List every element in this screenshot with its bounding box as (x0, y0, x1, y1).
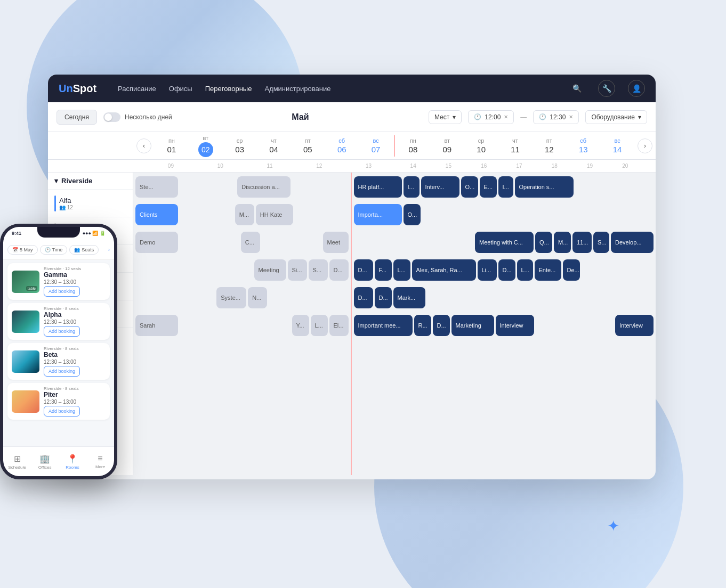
event-n[interactable]: N... (248, 287, 267, 308)
event-m2[interactable]: M... (554, 232, 571, 253)
event-syste[interactable]: Syste... (216, 287, 246, 308)
event-d2[interactable]: D... (354, 259, 373, 281)
event-develop[interactable]: Develop... (611, 232, 654, 253)
prev-arrow[interactable]: ‹ (136, 138, 151, 153)
event-sarah[interactable]: Sarah (135, 315, 178, 336)
event-y[interactable]: Y... (292, 315, 309, 336)
event-d4[interactable]: D... (354, 287, 373, 308)
event-interview1[interactable]: Interview (496, 315, 534, 336)
event-meetingwc[interactable]: Meeting with C... (475, 232, 534, 253)
room-group-header[interactable]: ▾ Riverside (48, 173, 133, 189)
event-d6[interactable]: D... (433, 315, 450, 336)
equipment-filter[interactable]: Оборудование ▾ (585, 110, 647, 124)
event-ops[interactable]: Operation s... (515, 176, 574, 198)
event-interview2[interactable]: Interview (615, 315, 654, 336)
event-demo[interactable]: Demo (135, 232, 178, 253)
day-thu-04[interactable]: чт 04 (257, 137, 291, 154)
filter-date[interactable]: 📅 5 May (7, 245, 38, 255)
nav-item-schedule[interactable]: Расписание (118, 85, 156, 93)
toggle-track[interactable] (103, 112, 120, 122)
filter-time[interactable]: 🕐 Time (40, 245, 68, 255)
time-end-filter[interactable]: 🕐 12:30 ✕ (533, 110, 579, 124)
event-de[interactable]: De... (563, 259, 580, 281)
clear-time-start[interactable]: ✕ (504, 114, 508, 120)
event-hhkate[interactable]: HH Kate (256, 204, 293, 225)
add-booking-beta[interactable]: Add booking (44, 366, 80, 377)
next-arrow[interactable]: › (638, 138, 652, 153)
today-button[interactable]: Сегодня (57, 110, 97, 125)
event-hrplatf[interactable]: HR platf... (354, 176, 402, 198)
day-fri-12[interactable]: пт 12 (532, 137, 566, 154)
phone-tab-schedule[interactable]: ⊞ Schedule (3, 454, 31, 470)
add-booking-alpha[interactable]: Add booking (44, 326, 80, 337)
toggle-switch[interactable]: Несколько дней (103, 112, 172, 122)
event-i1[interactable]: I... (404, 176, 420, 198)
phone-tab-more[interactable]: ≡ More (86, 454, 114, 469)
day-tue-02[interactable]: вт 02 (189, 135, 223, 157)
day-mon-08[interactable]: пн 08 (396, 137, 430, 154)
room-time-gamma: 12:30 – 13:00 (44, 279, 106, 285)
event-ste[interactable]: Ste... (135, 176, 178, 198)
nav-item-admin[interactable]: Администрирование (264, 85, 330, 93)
event-alexsarara[interactable]: Alex, Sarah, Ra... (412, 259, 476, 281)
add-booking-gamma[interactable]: Add booking (44, 286, 80, 297)
event-q[interactable]: Q... (535, 232, 552, 253)
search-icon[interactable]: 🔍 (568, 80, 585, 97)
event-e[interactable]: E... (480, 176, 497, 198)
event-clients[interactable]: Clients (135, 204, 178, 225)
event-11[interactable]: 11... (572, 232, 592, 253)
day-fri-05[interactable]: пт 05 (291, 137, 325, 154)
settings-icon[interactable]: 🔧 (598, 80, 615, 97)
time-start-filter[interactable]: 🕐 12:00 ✕ (468, 110, 514, 124)
day-tue-09[interactable]: вт 09 (430, 137, 464, 154)
event-d[interactable]: D... (329, 259, 349, 281)
filter-seats[interactable]: 👥 Seats (69, 245, 99, 255)
event-l[interactable]: L... (311, 315, 328, 336)
event-o1[interactable]: O... (461, 176, 478, 198)
logo-part2: Spot (73, 83, 96, 94)
event-l3[interactable]: L... (517, 259, 533, 281)
phone-tab-offices[interactable]: 🏢 Offices (31, 454, 59, 470)
event-r[interactable]: R... (414, 315, 431, 336)
event-importa[interactable]: Importa... (354, 204, 402, 225)
event-el[interactable]: El... (329, 315, 349, 336)
clear-time-end[interactable]: ✕ (569, 114, 573, 120)
day-thu-11[interactable]: чт 11 (498, 137, 533, 154)
room-name-alfa: Alfa (59, 197, 126, 205)
place-filter[interactable]: Мест ▾ (429, 110, 462, 124)
phone-tab-rooms[interactable]: 📍 Rooms (59, 454, 86, 470)
event-s2[interactable]: S... (593, 232, 609, 253)
event-l2[interactable]: L... (393, 259, 410, 281)
day-sat-06[interactable]: сб 06 (325, 137, 359, 154)
day-wed-10[interactable]: ср 10 (464, 137, 498, 154)
event-s[interactable]: S... (309, 259, 328, 281)
event-f[interactable]: F... (375, 259, 392, 281)
event-d5[interactable]: D... (375, 287, 392, 308)
nav-item-rooms[interactable]: Переговорные (205, 85, 252, 93)
event-ente[interactable]: Ente... (535, 259, 561, 281)
event-m[interactable]: M... (235, 204, 254, 225)
schedule-icon: ⊞ (14, 454, 21, 464)
event-discussion[interactable]: Discussion a... (237, 176, 291, 198)
event-o2[interactable]: O... (404, 204, 421, 225)
nav-item-offices[interactable]: Офисы (169, 85, 192, 93)
event-importantmee[interactable]: Important mee... (354, 315, 413, 336)
day-sun-14[interactable]: вс 14 (600, 137, 634, 154)
phone-screen: 9:41 ●●● 📶 🔋 📅 5 May 🕐 Time 👥 Seats › (3, 227, 114, 476)
event-c[interactable]: C... (241, 232, 260, 253)
event-si[interactable]: Si... (288, 259, 307, 281)
day-wed-03[interactable]: ср 03 (223, 137, 257, 154)
event-d3[interactable]: D... (498, 259, 515, 281)
event-meet[interactable]: Meet (323, 232, 349, 253)
event-li[interactable]: Li... (478, 259, 497, 281)
day-sat-13[interactable]: сб 13 (566, 137, 600, 154)
user-icon[interactable]: 👤 (628, 80, 645, 97)
day-sun-07[interactable]: вс 07 (359, 137, 393, 154)
day-mon-01[interactable]: пн 01 (155, 137, 189, 154)
event-marketing[interactable]: Marketing (451, 315, 494, 336)
event-interv[interactable]: Interv... (421, 176, 459, 198)
add-booking-piter[interactable]: Add booking (44, 406, 80, 416)
event-meeting-r4[interactable]: Meeting (254, 259, 286, 281)
event-mark[interactable]: Mark... (393, 287, 425, 308)
event-i2[interactable]: I... (498, 176, 513, 198)
